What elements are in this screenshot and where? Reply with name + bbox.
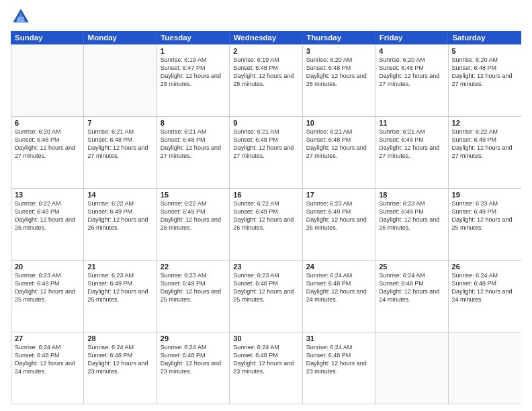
day-number: 24: [306, 263, 371, 271]
day-info: Sunrise: 6:21 AM Sunset: 6:48 PM Dayligh…: [233, 128, 298, 161]
calendar-day-cell: 31Sunrise: 6:24 AM Sunset: 6:48 PM Dayli…: [303, 332, 375, 404]
day-info: Sunrise: 6:23 AM Sunset: 6:49 PM Dayligh…: [306, 199, 371, 232]
calendar-day-cell: 21Sunrise: 6:23 AM Sunset: 6:49 PM Dayli…: [84, 261, 157, 332]
day-number: 23: [233, 263, 298, 271]
calendar-day-cell: 16Sunrise: 6:22 AM Sunset: 6:49 PM Dayli…: [230, 189, 302, 260]
day-info: Sunrise: 6:22 AM Sunset: 6:49 PM Dayligh…: [233, 199, 298, 232]
day-number: 25: [379, 263, 444, 271]
day-number: 5: [452, 47, 518, 55]
day-info: Sunrise: 6:24 AM Sunset: 6:48 PM Dayligh…: [161, 343, 226, 376]
calendar-day-cell: 27Sunrise: 6:24 AM Sunset: 6:48 PM Dayli…: [11, 332, 84, 404]
calendar-week-row: 20Sunrise: 6:23 AM Sunset: 6:49 PM Dayli…: [11, 260, 521, 332]
day-number: 7: [87, 119, 152, 127]
day-number: 30: [233, 334, 298, 342]
weekday-header: Wednesday: [230, 31, 303, 44]
weekday-header: Thursday: [302, 31, 375, 44]
day-info: Sunrise: 6:24 AM Sunset: 6:48 PM Dayligh…: [87, 343, 152, 376]
day-number: 16: [233, 191, 298, 199]
day-number: 27: [15, 334, 80, 342]
day-info: Sunrise: 6:22 AM Sunset: 6:49 PM Dayligh…: [161, 199, 226, 232]
day-number: 2: [233, 47, 298, 55]
calendar-day-cell: 15Sunrise: 6:22 AM Sunset: 6:49 PM Dayli…: [157, 189, 230, 260]
day-info: Sunrise: 6:20 AM Sunset: 6:48 PM Dayligh…: [306, 56, 371, 89]
calendar-day-cell: 5Sunrise: 6:20 AM Sunset: 6:48 PM Daylig…: [449, 45, 521, 116]
day-number: 28: [87, 334, 152, 342]
calendar-day-cell: 8Sunrise: 6:21 AM Sunset: 6:48 PM Daylig…: [157, 117, 230, 188]
calendar-week-row: 1Sunrise: 6:19 AM Sunset: 6:47 PM Daylig…: [11, 44, 521, 116]
day-number: 17: [306, 191, 371, 199]
day-info: Sunrise: 6:20 AM Sunset: 6:48 PM Dayligh…: [379, 56, 444, 89]
calendar-day-cell: 4Sunrise: 6:20 AM Sunset: 6:48 PM Daylig…: [375, 45, 448, 116]
day-info: Sunrise: 6:20 AM Sunset: 6:48 PM Dayligh…: [452, 56, 518, 89]
day-info: Sunrise: 6:23 AM Sunset: 6:49 PM Dayligh…: [161, 271, 226, 304]
day-number: 3: [306, 47, 371, 55]
day-number: 22: [161, 263, 226, 271]
calendar-day-cell: 13Sunrise: 6:22 AM Sunset: 6:49 PM Dayli…: [11, 189, 84, 260]
day-number: 11: [379, 119, 444, 127]
day-info: Sunrise: 6:19 AM Sunset: 6:48 PM Dayligh…: [233, 56, 298, 89]
calendar-day-cell: 18Sunrise: 6:23 AM Sunset: 6:49 PM Dayli…: [375, 189, 448, 260]
day-info: Sunrise: 6:23 AM Sunset: 6:49 PM Dayligh…: [15, 271, 80, 304]
calendar-day-cell: [375, 332, 448, 404]
day-number: 29: [161, 334, 226, 342]
calendar-day-cell: 19Sunrise: 6:23 AM Sunset: 6:49 PM Dayli…: [449, 189, 521, 260]
day-info: Sunrise: 6:21 AM Sunset: 6:48 PM Dayligh…: [87, 128, 152, 161]
day-number: 21: [87, 263, 152, 271]
page: SundayMondayTuesdayWednesdayThursdayFrid…: [0, 0, 532, 411]
calendar-day-cell: 1Sunrise: 6:19 AM Sunset: 6:47 PM Daylig…: [157, 45, 230, 116]
day-number: 13: [15, 191, 80, 199]
day-info: Sunrise: 6:22 AM Sunset: 6:49 PM Dayligh…: [15, 199, 80, 232]
weekday-header: Saturday: [448, 31, 521, 44]
calendar-day-cell: 24Sunrise: 6:24 AM Sunset: 6:48 PM Dayli…: [303, 261, 375, 332]
day-number: 18: [379, 191, 444, 199]
calendar-day-cell: 11Sunrise: 6:21 AM Sunset: 6:49 PM Dayli…: [375, 117, 448, 188]
day-info: Sunrise: 6:21 AM Sunset: 6:48 PM Dayligh…: [161, 128, 226, 161]
day-number: 14: [87, 191, 152, 199]
day-info: Sunrise: 6:24 AM Sunset: 6:48 PM Dayligh…: [379, 271, 444, 304]
calendar-header: SundayMondayTuesdayWednesdayThursdayFrid…: [11, 31, 521, 44]
logo: [11, 7, 34, 27]
calendar-day-cell: 17Sunrise: 6:23 AM Sunset: 6:49 PM Dayli…: [303, 189, 375, 260]
calendar-day-cell: 26Sunrise: 6:24 AM Sunset: 6:48 PM Dayli…: [449, 261, 521, 332]
day-info: Sunrise: 6:21 AM Sunset: 6:48 PM Dayligh…: [306, 128, 371, 161]
calendar-day-cell: 30Sunrise: 6:24 AM Sunset: 6:48 PM Dayli…: [230, 332, 302, 404]
day-info: Sunrise: 6:23 AM Sunset: 6:49 PM Dayligh…: [379, 199, 444, 232]
calendar-day-cell: 22Sunrise: 6:23 AM Sunset: 6:49 PM Dayli…: [157, 261, 230, 332]
calendar-day-cell: 28Sunrise: 6:24 AM Sunset: 6:48 PM Dayli…: [84, 332, 157, 404]
day-number: 6: [15, 119, 80, 127]
logo-icon: [11, 7, 31, 27]
weekday-header: Monday: [84, 31, 157, 44]
day-info: Sunrise: 6:24 AM Sunset: 6:48 PM Dayligh…: [306, 343, 371, 376]
weekday-header: Sunday: [11, 31, 84, 44]
calendar-week-row: 13Sunrise: 6:22 AM Sunset: 6:49 PM Dayli…: [11, 188, 521, 260]
day-number: 10: [306, 119, 371, 127]
day-number: 9: [233, 119, 298, 127]
calendar-day-cell: 20Sunrise: 6:23 AM Sunset: 6:49 PM Dayli…: [11, 261, 84, 332]
day-info: Sunrise: 6:24 AM Sunset: 6:48 PM Dayligh…: [233, 343, 298, 376]
day-info: Sunrise: 6:24 AM Sunset: 6:48 PM Dayligh…: [306, 271, 371, 304]
calendar-body: 1Sunrise: 6:19 AM Sunset: 6:47 PM Daylig…: [11, 44, 521, 404]
calendar-week-row: 6Sunrise: 6:20 AM Sunset: 6:48 PM Daylig…: [11, 116, 521, 188]
day-info: Sunrise: 6:24 AM Sunset: 6:48 PM Dayligh…: [452, 271, 518, 304]
day-number: 20: [15, 263, 80, 271]
day-info: Sunrise: 6:23 AM Sunset: 6:49 PM Dayligh…: [452, 199, 518, 232]
calendar-day-cell: [84, 45, 157, 116]
day-info: Sunrise: 6:19 AM Sunset: 6:47 PM Dayligh…: [161, 56, 226, 89]
day-number: 19: [452, 191, 518, 199]
day-info: Sunrise: 6:23 AM Sunset: 6:49 PM Dayligh…: [87, 271, 152, 304]
day-info: Sunrise: 6:21 AM Sunset: 6:49 PM Dayligh…: [379, 128, 444, 161]
day-number: 1: [161, 47, 226, 55]
header: [11, 7, 521, 27]
calendar-day-cell: [449, 332, 521, 404]
day-info: Sunrise: 6:24 AM Sunset: 6:48 PM Dayligh…: [15, 343, 80, 376]
day-number: 31: [306, 334, 371, 342]
day-info: Sunrise: 6:20 AM Sunset: 6:48 PM Dayligh…: [15, 128, 80, 161]
calendar-day-cell: 14Sunrise: 6:22 AM Sunset: 6:49 PM Dayli…: [84, 189, 157, 260]
calendar-day-cell: 12Sunrise: 6:22 AM Sunset: 6:49 PM Dayli…: [449, 117, 521, 188]
calendar-day-cell: 2Sunrise: 6:19 AM Sunset: 6:48 PM Daylig…: [230, 45, 302, 116]
calendar-day-cell: 7Sunrise: 6:21 AM Sunset: 6:48 PM Daylig…: [84, 117, 157, 188]
calendar-week-row: 27Sunrise: 6:24 AM Sunset: 6:48 PM Dayli…: [11, 332, 521, 404]
calendar: SundayMondayTuesdayWednesdayThursdayFrid…: [11, 31, 521, 404]
calendar-day-cell: 25Sunrise: 6:24 AM Sunset: 6:48 PM Dayli…: [375, 261, 448, 332]
day-number: 12: [452, 119, 518, 127]
